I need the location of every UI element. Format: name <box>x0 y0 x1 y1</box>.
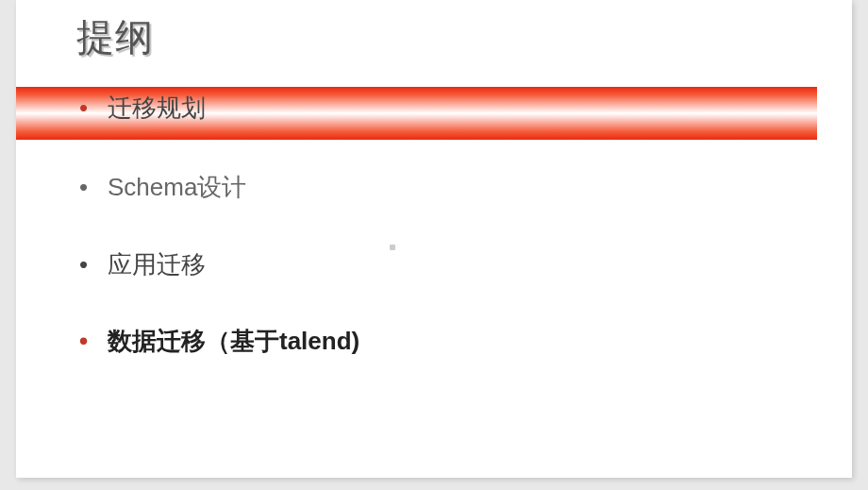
slide-title: 提纲 <box>76 11 154 63</box>
list-item: 迁移规划 <box>70 93 359 125</box>
outline-list: 迁移规划 Schema设计 应用迁移 数据迁移（基于talend) <box>70 93 359 358</box>
presentation-slide: 提纲 迁移规划 Schema设计 应用迁移 数据迁移（基于talend) <box>16 0 852 478</box>
list-item: 应用迁移 <box>70 249 359 281</box>
list-item: 数据迁移（基于talend) <box>70 326 359 358</box>
watermark-dot <box>390 245 395 250</box>
list-item: Schema设计 <box>70 172 359 204</box>
